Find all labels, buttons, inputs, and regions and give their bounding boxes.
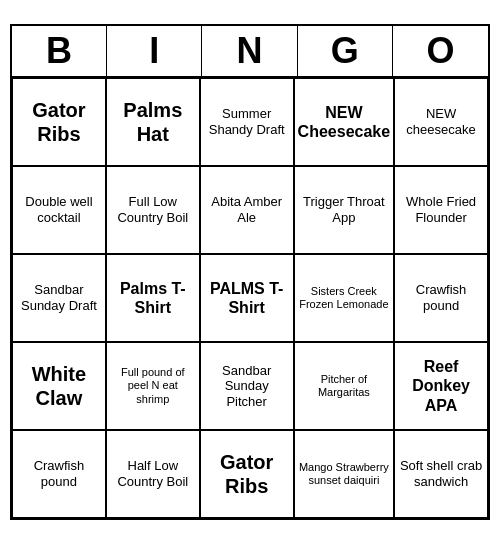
header-letter-G: G: [298, 26, 393, 76]
bingo-cell-17: Sandbar Sunday Pitcher: [200, 342, 294, 430]
bingo-cell-9: Whole Fried Flounder: [394, 166, 488, 254]
bingo-cell-6: Full Low Country Boil: [106, 166, 200, 254]
bingo-cell-22: Gator Ribs: [200, 430, 294, 518]
bingo-cell-19: Reef Donkey APA: [394, 342, 488, 430]
bingo-cell-0: Gator Ribs: [12, 78, 106, 166]
header-letter-I: I: [107, 26, 202, 76]
bingo-cell-13: Sisters Creek Frozen Lemonade: [294, 254, 395, 342]
bingo-cell-15: White Claw: [12, 342, 106, 430]
bingo-card: BINGO Gator RibsPalms HatSummer Shandy D…: [10, 24, 490, 520]
bingo-cell-10: Sandbar Sunday Draft: [12, 254, 106, 342]
bingo-cell-1: Palms Hat: [106, 78, 200, 166]
bingo-cell-14: Crawfish pound: [394, 254, 488, 342]
bingo-cell-21: Half Low Country Boil: [106, 430, 200, 518]
bingo-cell-11: Palms T-Shirt: [106, 254, 200, 342]
bingo-cell-5: Double well cocktail: [12, 166, 106, 254]
bingo-cell-24: Soft shell crab sandwich: [394, 430, 488, 518]
header-letter-B: B: [12, 26, 107, 76]
bingo-cell-2: Summer Shandy Draft: [200, 78, 294, 166]
bingo-cell-20: Crawfish pound: [12, 430, 106, 518]
header-letter-O: O: [393, 26, 488, 76]
bingo-cell-7: Abita Amber Ale: [200, 166, 294, 254]
bingo-cell-4: NEW cheesecake: [394, 78, 488, 166]
bingo-header: BINGO: [12, 26, 488, 78]
header-letter-N: N: [202, 26, 297, 76]
bingo-grid: Gator RibsPalms HatSummer Shandy DraftNE…: [12, 78, 488, 518]
bingo-cell-23: Mango Strawberry sunset daiquiri: [294, 430, 395, 518]
bingo-cell-16: Full pound of peel N eat shrimp: [106, 342, 200, 430]
bingo-cell-8: Trigger Throat App: [294, 166, 395, 254]
bingo-cell-12: PALMS T-Shirt: [200, 254, 294, 342]
bingo-cell-3: NEW Cheesecake: [294, 78, 395, 166]
bingo-cell-18: Pitcher of Margaritas: [294, 342, 395, 430]
